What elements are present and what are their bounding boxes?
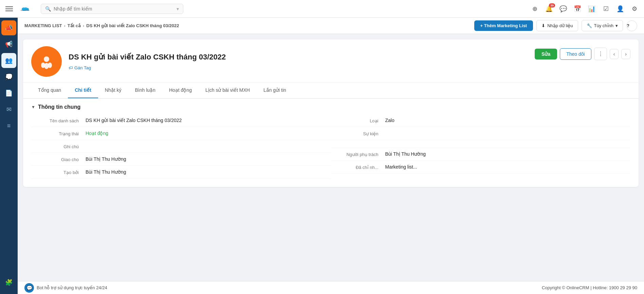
form-row-ten-danh-sach: Tên danh sách DS KH gửi bài viết Zalo CS… <box>31 114 331 127</box>
label-nguoi-phu-trach: Người phụ trách <box>331 151 385 157</box>
form-row-su-kien: Sự kiện <box>331 127 631 140</box>
collapse-arrow-icon[interactable]: ▼ <box>31 105 35 109</box>
sidebar-item-list[interactable]: ≡ <box>1 118 16 133</box>
customize-button[interactable]: 🔧 Tùy chỉnh ▾ <box>582 20 623 31</box>
logo: CLOUDPRO <box>20 3 34 14</box>
search-input[interactable] <box>54 6 174 12</box>
document-icon: 📄 <box>5 89 13 97</box>
avatar <box>31 46 62 77</box>
form-grid: Tên danh sách DS KH gửi bài viết Zalo CS… <box>31 114 630 179</box>
breadcrumb-current: DS KH gửi bài viết Zalo CSKH tháng 03/20… <box>86 23 179 28</box>
card-header: DS KH gửi bài viết Zalo CSKH tháng 03/20… <box>23 39 639 83</box>
sidebar: 📣 📢 👥 💭 📄 ✉ ≡ 🧩 <box>0 18 18 294</box>
notification-icon[interactable]: 🔔 39 <box>545 5 553 13</box>
download-icon: ⬇ <box>541 23 545 28</box>
calendar-icon[interactable]: 📅 <box>573 5 582 13</box>
value-ten-danh-sach: DS KH gửi bài viết Zalo CSKH tháng 03/20… <box>86 118 331 123</box>
hamburger-menu[interactable] <box>5 3 16 14</box>
help-button[interactable]: ? <box>626 20 637 31</box>
label-tao-boi: Tạo bởi <box>31 169 86 175</box>
tab-lich-su-bai-viet[interactable]: Lịch sử bài viết MXH <box>199 83 257 98</box>
value-da-chi-nh: Marketing list... <box>385 164 631 170</box>
notification-badge: 39 <box>549 3 555 7</box>
chat-bubble-icon: 💭 <box>5 73 13 81</box>
sidebar-item-chat[interactable]: 💭 <box>1 69 16 84</box>
bottom-bar: 💬 Bot hỗ trợ sử dụng trực tuyến 24/24 Co… <box>18 281 644 294</box>
tab-chi-tiet[interactable]: Chi tiết <box>68 83 98 98</box>
record-actions: Sửa Theo dõi ⋮ ‹ › <box>535 46 630 60</box>
search-icon: 🔍 <box>45 6 51 12</box>
tab-lan-gui-tin[interactable]: Lần gửi tin <box>257 83 293 98</box>
people-icon: 👥 <box>5 57 13 64</box>
search-bar[interactable]: 🔍 ▾ <box>41 4 183 14</box>
settings-icon[interactable]: ⚙ <box>630 5 639 13</box>
breadcrumb: MARKETING LIST › Tất cả › DS KH gửi bài … <box>24 23 179 28</box>
sidebar-item-email[interactable]: ✉ <box>1 102 16 117</box>
breadcrumb-bar: MARKETING LIST › Tất cả › DS KH gửi bài … <box>18 18 644 34</box>
label-trang-thai: Trạng thái <box>31 131 86 136</box>
svg-text:CLOUDPRO: CLOUDPRO <box>21 10 29 11</box>
sidebar-item-document[interactable]: 📄 <box>1 86 16 101</box>
label-ghi-chu: Ghi chú <box>31 143 86 149</box>
follow-button[interactable]: Theo dõi <box>560 48 591 60</box>
form-row-da-chi-nh: Đã chỉ nh... Marketing list... <box>331 161 631 174</box>
chevron-down-icon: ▾ <box>615 23 618 28</box>
email-icon: ✉ <box>6 106 12 113</box>
add-tag-link[interactable]: 🏷 Gán Tag <box>69 65 91 70</box>
record-title: DS KH gửi bài viết Zalo CSKH tháng 03/20… <box>69 53 528 62</box>
list-icon: ≡ <box>7 122 11 129</box>
user-icon[interactable]: 👤 <box>616 5 624 13</box>
breadcrumb-sep-1: › <box>64 23 66 28</box>
sidebar-item-marketing[interactable]: 📣 <box>1 20 16 35</box>
tab-binh-luan[interactable]: Bình luận <box>128 83 162 98</box>
next-record-button[interactable]: › <box>621 49 630 59</box>
main-content: DS KH gửi bài viết Zalo CSKH tháng 03/20… <box>18 34 644 281</box>
svg-point-5 <box>44 56 49 62</box>
breadcrumb-actions: + Thêm Marketing List ⬇ Nhập dữ liệu 🔧 T… <box>474 20 637 31</box>
copyright-text: Copyright © OnlineCRM | Hotline: 1900 29… <box>542 285 637 290</box>
label-loai: Loại <box>331 118 385 123</box>
sidebar-item-extensions[interactable]: 🧩 <box>1 275 16 290</box>
value-nguoi-phu-trach: Bùi Thị Thu Hường <box>385 151 631 157</box>
task-icon[interactable]: ☑ <box>602 5 610 13</box>
breadcrumb-all[interactable]: Tất cả <box>68 23 81 28</box>
tab-bar: Tổng quan Chi tiết Nhật ký Bình luận Hoạ… <box>23 83 639 99</box>
record-card: DS KH gửi bài viết Zalo CSKH tháng 03/20… <box>23 39 639 187</box>
content-area: MARKETING LIST › Tất cả › DS KH gửi bài … <box>18 18 644 294</box>
form-row-ghi-chu: Ghi chú <box>31 140 331 153</box>
more-options-button[interactable]: ⋮ <box>594 48 607 60</box>
tab-hoat-dong[interactable]: Hoạt động <box>162 83 199 98</box>
bot-icon: 💬 <box>24 283 34 293</box>
speaker-icon: 📢 <box>5 40 13 48</box>
breadcrumb-sep-2: › <box>83 23 84 28</box>
add-icon[interactable]: ⊕ <box>531 5 539 13</box>
record-info: DS KH gửi bài viết Zalo CSKH tháng 03/20… <box>69 53 528 70</box>
prev-record-button[interactable]: ‹ <box>610 49 619 59</box>
svg-point-8 <box>48 63 52 68</box>
form-row-tao-boi: Tạo bởi Bùi Thị Thu Hường <box>31 166 331 179</box>
section-title: ▼ Thông tin chung <box>31 99 630 114</box>
breadcrumb-marketing-list[interactable]: MARKETING LIST <box>24 23 62 28</box>
label-empty <box>331 143 385 144</box>
chart-icon[interactable]: 📊 <box>588 5 596 13</box>
puzzle-icon: 🧩 <box>5 279 13 286</box>
import-data-button[interactable]: ⬇ Nhập dữ liệu <box>536 20 578 31</box>
thong-tin-chung-section: ▼ Thông tin chung Tên danh sách DS KH gử… <box>23 99 639 187</box>
label-su-kien: Sự kiện <box>331 131 385 136</box>
sidebar-item-people[interactable]: 👥 <box>1 53 16 68</box>
form-row-nguoi-phu-trach: Người phụ trách Bùi Thị Thu Hường <box>331 148 631 161</box>
form-row-empty <box>331 140 631 148</box>
chat-icon[interactable]: 💬 <box>559 5 567 13</box>
edit-button[interactable]: Sửa <box>535 49 557 59</box>
value-trang-thai: Hoạt động <box>86 131 331 136</box>
top-navigation: CLOUDPRO 🔍 ▾ ⊕ 🔔 39 💬 📅 📊 ☑ 👤 ⚙ <box>0 0 644 18</box>
megaphone-icon: 📣 <box>5 24 13 32</box>
sidebar-item-speaker[interactable]: 📢 <box>1 37 16 52</box>
tab-nhat-ky[interactable]: Nhật ký <box>98 83 128 98</box>
tab-tong-quan[interactable]: Tổng quan <box>31 83 68 98</box>
add-marketing-list-button[interactable]: + Thêm Marketing List <box>474 20 533 31</box>
form-row-trang-thai: Trạng thái Hoạt động <box>31 127 331 140</box>
top-icon-bar: ⊕ 🔔 39 💬 📅 📊 ☑ 👤 ⚙ <box>531 5 639 13</box>
form-left-column: Tên danh sách DS KH gửi bài viết Zalo CS… <box>31 114 331 179</box>
label-giao-cho: Giao cho <box>31 156 86 162</box>
